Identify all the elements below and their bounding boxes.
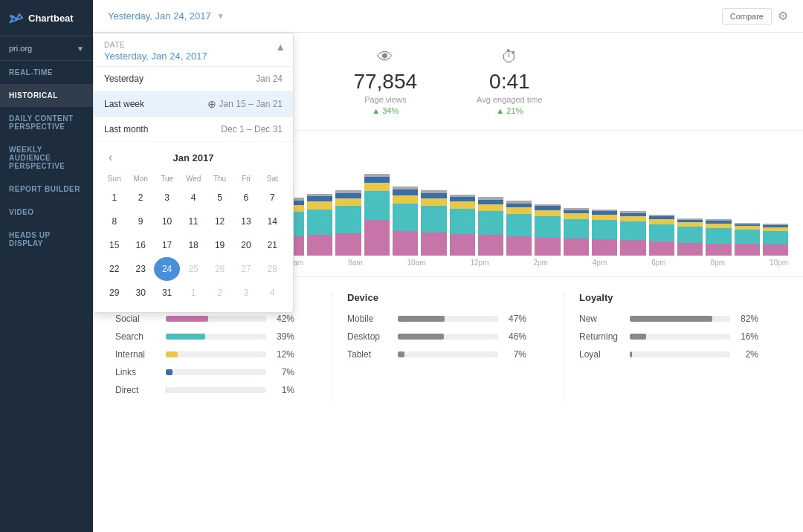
sidebar-item-daily-content[interactable]: Daily Content Perspective — [0, 107, 93, 138]
bar-seg-links — [364, 177, 390, 183]
stat-row-label: Tablet — [347, 349, 392, 360]
cal-dow-fri: Fri — [233, 172, 259, 186]
calendar-day[interactable]: 13 — [233, 210, 259, 233]
calendar-prev-button[interactable]: ‹ — [104, 149, 117, 166]
stat-bar-container — [398, 334, 498, 340]
calendar-day[interactable]: 5 — [207, 186, 233, 210]
dropdown-arrow-icon: ▼ — [77, 45, 84, 53]
calendar-day[interactable]: 9 — [127, 210, 153, 233]
x-label-8pm: 8pm — [711, 259, 725, 267]
calendar-day[interactable]: 7 — [259, 186, 286, 210]
calendar-day[interactable]: 3 — [154, 186, 180, 210]
calendar-day[interactable]: 26 — [207, 257, 233, 281]
quick-option-last-month[interactable]: Last month Dec 1 – Dec 31 — [94, 117, 293, 142]
bar-seg-social — [592, 239, 617, 256]
date-selector[interactable]: Yesterday, Jan 24, 2017 ▼ — [108, 10, 225, 22]
dropdown-scroll-button[interactable]: ▲ — [275, 41, 286, 53]
calendar-day[interactable]: 19 — [207, 233, 233, 257]
calendar-day[interactable]: 15 — [101, 233, 127, 257]
calendar-day[interactable]: 17 — [154, 233, 180, 257]
calendar-day[interactable]: 22 — [101, 257, 127, 281]
cal-dow-sun: Sun — [101, 172, 127, 186]
quick-option-yesterday[interactable]: Yesterday Jan 24 — [94, 67, 293, 91]
x-label-4pm: 4pm — [593, 259, 607, 267]
site-selector[interactable]: pri.org ▼ — [0, 36, 93, 61]
calendar-day[interactable]: 11 — [180, 210, 207, 233]
calendar-day[interactable]: 1 — [180, 281, 207, 305]
bar-group — [364, 174, 390, 256]
device-section: Device Mobile47%Desktop46%Tablet7% — [347, 292, 549, 403]
engaged-time-value: 0:41 — [477, 70, 542, 94]
calendar-day[interactable]: 4 — [259, 281, 286, 305]
calendar-day[interactable]: 30 — [127, 281, 153, 305]
calendar-day[interactable]: 31 — [154, 281, 180, 305]
engaged-time-label: Avg engaged time — [477, 95, 542, 104]
stat-row-label: Social — [115, 314, 160, 324]
date-dropdown: Date Yesterday, Jan 24, 2017 ▲ Yesterday… — [93, 33, 294, 313]
calendar-day[interactable]: 29 — [101, 281, 127, 305]
calendar-day[interactable]: 10 — [154, 210, 180, 233]
sidebar-item-weekly-audience[interactable]: Weekly Audience Perspective — [0, 138, 93, 178]
calendar-day[interactable]: 2 — [207, 281, 233, 305]
bar-seg-search — [506, 214, 532, 236]
calendar-day[interactable]: 25 — [180, 257, 207, 281]
calendar-day[interactable]: 27 — [233, 257, 259, 281]
bar-seg-internal — [421, 198, 446, 206]
calendar-day[interactable]: 6 — [233, 186, 259, 210]
divider-1 — [332, 292, 332, 403]
quick-option-last-week[interactable]: Last week ⊕ Jan 15 – Jan 21 — [94, 91, 293, 117]
calendar-day[interactable]: 1 — [101, 186, 127, 210]
bar-seg-search — [677, 227, 703, 243]
bar-seg-links — [307, 196, 332, 201]
calendar-day[interactable]: 24 — [154, 257, 180, 281]
chartbeat-logo-icon — [9, 10, 24, 25]
bar-seg-internal — [335, 198, 361, 206]
sidebar-item-real-time[interactable]: Real-Time — [0, 61, 93, 84]
bar-seg-social — [564, 239, 589, 256]
sidebar-item-historical[interactable]: Historical — [0, 84, 93, 107]
compare-button[interactable]: Compare — [722, 8, 772, 25]
engaged-time-icon: ⏱ — [477, 48, 542, 67]
calendar-day[interactable]: 18 — [180, 233, 207, 257]
calendar-day[interactable]: 21 — [259, 233, 286, 257]
settings-icon[interactable]: ⚙ — [778, 9, 788, 23]
bar-seg-search — [706, 228, 731, 244]
bar-seg-social — [335, 233, 361, 256]
calendar-day[interactable]: 4 — [180, 186, 207, 210]
bar-seg-social — [706, 244, 731, 256]
bar-group — [535, 174, 560, 256]
x-label-6pm: 6pm — [651, 259, 665, 267]
sidebar-item-heads-up[interactable]: Heads Up Display — [0, 224, 93, 255]
calendar-day[interactable]: 14 — [259, 210, 286, 233]
sidebar-item-report-builder[interactable]: Report Builder — [0, 178, 93, 201]
bar-group — [677, 174, 703, 256]
stat-bar-container — [630, 316, 730, 322]
cal-dow-wed: Wed — [180, 172, 207, 186]
cal-dow-mon: Mon — [127, 172, 153, 186]
calendar-grid: Sun Mon Tue Wed Thu Fri Sat 123456789101… — [101, 172, 286, 305]
bar-group — [706, 174, 731, 256]
date-display: Yesterday, Jan 24, 2017 — [108, 10, 211, 22]
stat-bar-fill — [166, 316, 208, 322]
calendar-day[interactable]: 8 — [101, 210, 127, 233]
loyalty-title: Loyalty — [579, 292, 758, 303]
x-label-10pm: 10pm — [770, 259, 788, 267]
bar-group — [592, 174, 617, 256]
calendar-day[interactable]: 3 — [233, 281, 259, 305]
sidebar-item-video[interactable]: Video — [0, 201, 93, 224]
calendar-day[interactable]: 12 — [207, 210, 233, 233]
bar-seg-social — [421, 233, 446, 256]
bar-seg-internal — [564, 213, 589, 219]
calendar-day[interactable]: 2 — [127, 186, 153, 210]
calendar-day[interactable]: 23 — [127, 257, 153, 281]
stat-row-pct: 82% — [736, 314, 758, 324]
calendar-day[interactable]: 16 — [127, 233, 153, 257]
stat-bar-fill — [398, 316, 445, 322]
stat-row: Mobile47% — [347, 314, 526, 324]
traffic-source-rows: Social42%Search39%Internal12%Links7%Dire… — [115, 314, 294, 395]
x-label-12pm: 12pm — [470, 259, 488, 267]
svg-point-1 — [10, 15, 13, 18]
calendar-day[interactable]: 28 — [259, 257, 286, 281]
calendar-day[interactable]: 20 — [233, 233, 259, 257]
stat-row: Social42% — [115, 314, 294, 324]
